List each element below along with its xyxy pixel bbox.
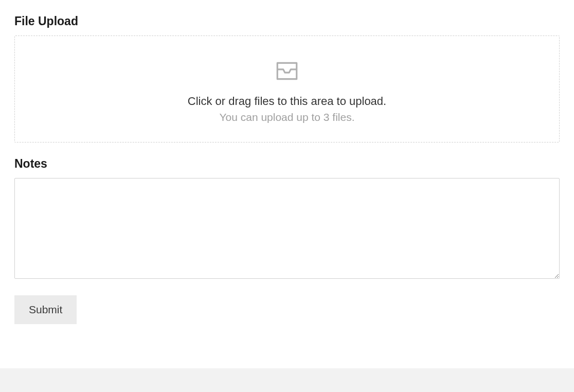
notes-section: Notes — [14, 157, 560, 281]
notes-textarea[interactable] — [14, 178, 560, 279]
file-upload-label: File Upload — [14, 14, 560, 28]
inbox-icon — [274, 58, 300, 85]
file-upload-dropzone[interactable]: Click or drag files to this area to uplo… — [14, 35, 560, 142]
submit-button[interactable]: Submit — [14, 295, 77, 324]
file-upload-section: File Upload Click or drag files to this … — [14, 14, 560, 142]
submit-section: Submit — [14, 295, 560, 324]
upload-secondary-text: You can upload up to 3 files. — [25, 111, 549, 123]
upload-primary-text: Click or drag files to this area to uplo… — [25, 95, 549, 108]
notes-label: Notes — [14, 157, 560, 171]
